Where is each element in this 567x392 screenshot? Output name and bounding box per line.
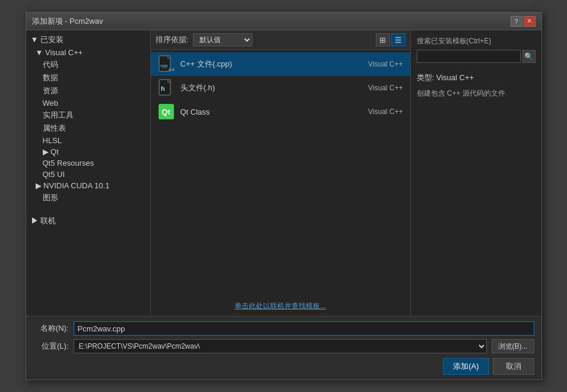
tree-item-label: 代码 [43,59,58,70]
list-view-button[interactable]: ☰ [391,33,406,46]
tree-item-qt5ui[interactable]: Qt5 UI [26,169,150,180]
search-button[interactable]: 🔍 [522,50,536,63]
tree-item-qt[interactable]: ▶ Qt [26,146,150,157]
file-item-h[interactable]: h 头文件(.h) Visual C++ [151,76,410,100]
tree-item-label: 图形 [43,192,58,203]
tree-item-label: Qt5 UI [43,170,65,179]
browse-button[interactable]: 浏览(B)... [492,339,534,353]
installed-label: ▼ 已安装 [31,34,64,45]
tree-item-web[interactable]: Web [26,97,150,109]
dialog-title: 添加新项 - Pcm2wav [32,16,103,27]
cpp-icon: cpp ++ [158,56,175,72]
type-desc: 创建包含 C++ 源代码的文件 [417,88,536,99]
qt-class-icon: Qt [158,103,175,120]
tree-item-utility[interactable]: 实用工具 [26,109,150,122]
cpp-file-category: Visual C++ [344,60,403,68]
installed-header[interactable]: ▼ 已安装 [26,33,150,47]
h-icon: h [158,80,175,96]
button-row: 添加(A) 取消 [33,357,534,375]
dialog-body: ▼ 已安装 ▼ Visual C++ 代码 数据 资源 Web [26,30,541,380]
tree-item-label: 数据 [43,72,58,83]
name-label: 名称(N): [33,323,69,334]
right-panel: 搜索已安装模板(Ctrl+E) 🔍 类型: Visual C++ 创建包含 C+… [411,30,541,316]
location-label: 位置(L): [33,341,69,352]
svg-text:h: h [161,85,165,92]
tree-item-nvidia[interactable]: ▶ NVIDIA CUDA 10.1 [26,180,150,191]
h-file-name: 头文件(.h) [180,83,338,93]
browse-online-link[interactable]: 单击此处以联机并查找模板... [151,296,410,316]
online-label: ▶ 联机 [31,216,56,226]
top-section: ▼ 已安装 ▼ Visual C++ 代码 数据 资源 Web [26,30,541,316]
toolbar-row: 排序依据: 默认值 名称 类型 ⊞ ☰ [151,30,410,50]
view-buttons: ⊞ ☰ [376,33,406,46]
tree-item-hlsl[interactable]: HLSL [26,135,150,146]
file-item-cpp[interactable]: cpp ++ C++ 文件(.cpp) Visual C++ [151,52,410,76]
tree-item-label: 资源 [43,86,58,96]
tree-item-property[interactable]: 属性表 [26,122,150,135]
sort-dropdown[interactable]: 默认值 名称 类型 [193,33,252,46]
tree-item-resource[interactable]: 资源 [26,84,150,97]
location-row: 位置(L): E:\PROJECT\VS\Pcm2wav\Pcm2wav\ 浏览… [33,339,534,353]
tree-item-data[interactable]: 数据 [26,71,150,84]
name-row: 名称(N): [33,321,534,336]
close-button[interactable]: ✕ [524,16,536,27]
add-button[interactable]: 添加(A) [443,358,489,375]
tree-item-visual-cpp[interactable]: ▼ Visual C++ [26,47,150,58]
cpp-file-name: C++ 文件(.cpp) [180,59,338,69]
title-bar: 添加新项 - Pcm2wav ? ✕ [26,12,541,30]
list-icon: ☰ [395,36,402,45]
name-input[interactable] [74,321,534,336]
search-area: 搜索已安装模板(Ctrl+E) 🔍 [417,36,536,63]
tree-item-label: ▶ NVIDIA CUDA 10.1 [36,181,110,190]
location-dropdown[interactable]: E:\PROJECT\VS\Pcm2wav\Pcm2wav\ [74,339,487,353]
search-input[interactable] [417,50,521,63]
tree-item-label: ▼ Visual C++ [36,48,83,57]
search-icon: 🔍 [524,52,533,61]
tree-item-qt5res[interactable]: Qt5 Resourses [26,157,150,169]
grid-icon: ⊞ [379,36,386,45]
tree-item-graphics[interactable]: 图形 [26,191,150,204]
tree-item-label: Qt5 Resourses [43,159,94,167]
qt-class-name: Qt Class [180,108,338,116]
h-file-category: Visual C++ [344,84,403,92]
tree-item-code[interactable]: 代码 [26,58,150,71]
cancel-button[interactable]: 取消 [493,358,534,375]
file-item-qt[interactable]: Qt Qt Class Visual C++ [151,100,410,124]
sort-label: 排序依据: [156,34,189,45]
online-section[interactable]: ▶ 联机 [26,214,150,228]
tree-item-label: Web [43,99,59,108]
grid-view-button[interactable]: ⊞ [376,33,390,46]
tree-item-label: 属性表 [43,123,66,134]
svg-text:++: ++ [168,67,175,73]
type-info: 类型: Visual C++ [417,72,536,83]
tree-item-label: ▶ Qt [43,147,59,156]
search-label: 搜索已安装模板(Ctrl+E) [417,36,536,46]
tree-item-label: HLSL [43,136,62,145]
bottom-section: 名称(N): 位置(L): E:\PROJECT\VS\Pcm2wav\Pcm2… [26,316,541,380]
middle-panel: 排序依据: 默认值 名称 类型 ⊞ ☰ [151,30,411,316]
svg-text:cpp: cpp [160,64,167,68]
dialog: 添加新项 - Pcm2wav ? ✕ ▼ 已安装 ▼ Visual C++ 代码 [26,12,542,380]
file-list: cpp ++ C++ 文件(.cpp) Visual C++ [151,50,410,296]
left-panel: ▼ 已安装 ▼ Visual C++ 代码 数据 资源 Web [26,30,151,316]
tree-item-label: 实用工具 [43,110,74,121]
title-bar-buttons: ? ✕ [511,16,536,27]
help-button[interactable]: ? [511,16,522,27]
qt-class-category: Visual C++ [344,108,403,116]
